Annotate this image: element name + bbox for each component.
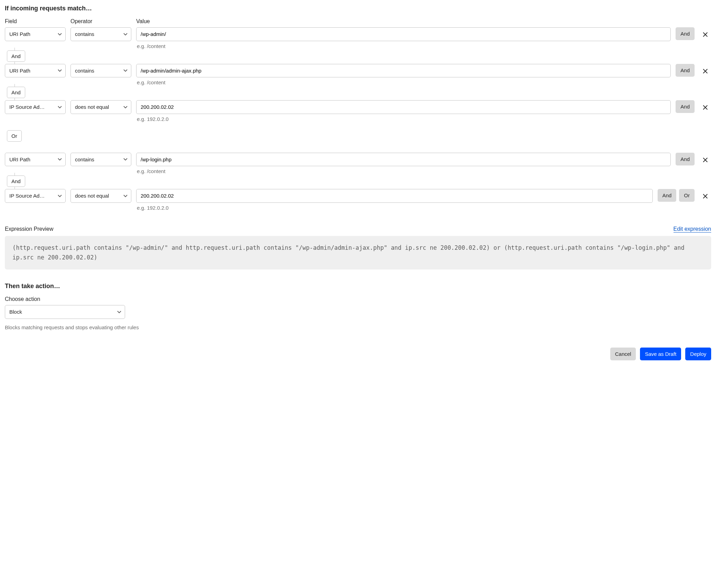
remove-rule-button[interactable] [699, 29, 711, 40]
operator-select-value: does not equal [75, 193, 109, 199]
chevron-down-icon [123, 106, 128, 108]
connector-and[interactable]: And [7, 176, 25, 187]
field-select-value: IP Source Ad… [9, 104, 45, 110]
edit-expression-link[interactable]: Edit expression [673, 226, 711, 233]
field-select-value: URI Path [9, 157, 30, 162]
cancel-button[interactable]: Cancel [610, 348, 636, 360]
field-select[interactable]: URI Path [5, 64, 66, 78]
expression-preview-label: Expression Preview [5, 226, 54, 232]
value-hint: e.g. /content [137, 43, 671, 49]
chevron-down-icon [117, 311, 121, 313]
header-operator: Operator [70, 18, 131, 25]
header-field: Field [5, 18, 66, 25]
operator-select-value: contains [75, 68, 94, 74]
value-hint: e.g. /content [137, 79, 671, 85]
operator-select[interactable]: does not equal [70, 189, 131, 203]
chevron-down-icon [58, 69, 62, 72]
connector-or[interactable]: Or [7, 130, 22, 142]
connector-and[interactable]: And [7, 87, 25, 98]
rule-row: IP Source Ad…does not equale.g. 192.0.2.… [5, 189, 711, 211]
rule-row: IP Source Ad…does not equale.g. 192.0.2.… [5, 100, 711, 122]
header-value: Value [136, 18, 667, 25]
save-draft-button[interactable]: Save as Draft [640, 348, 681, 360]
field-select[interactable]: IP Source Ad… [5, 189, 66, 203]
choose-action-label: Choose action [5, 296, 711, 302]
and-button[interactable]: And [676, 100, 695, 113]
remove-rule-button[interactable] [699, 155, 711, 165]
remove-rule-button[interactable] [699, 102, 711, 113]
operator-select[interactable]: contains [70, 153, 131, 167]
and-button[interactable]: And [658, 189, 677, 202]
chevron-down-icon [58, 195, 62, 197]
chevron-down-icon [123, 195, 128, 197]
section-title: If incoming requests match… [5, 5, 711, 12]
footer-actions: Cancel Save as Draft Deploy [5, 348, 711, 360]
chevron-down-icon [58, 33, 62, 36]
value-input[interactable] [136, 100, 671, 114]
operator-select[interactable]: does not equal [70, 100, 131, 114]
value-input[interactable] [136, 64, 671, 78]
rule-row: URI Pathcontainse.g. /contentAnd [5, 64, 711, 86]
expression-preview-code: (http.request.uri.path contains "/wp-adm… [5, 236, 711, 270]
field-select[interactable]: URI Path [5, 153, 66, 167]
chevron-down-icon [123, 69, 128, 72]
rule-row: URI Pathcontainse.g. /contentAnd [5, 153, 711, 174]
connector: And [5, 87, 711, 98]
column-headers: Field Operator Value [5, 18, 711, 25]
remove-rule-button[interactable] [699, 66, 711, 76]
rule-row: URI Pathcontainse.g. /contentAnd [5, 27, 711, 49]
value-input[interactable] [136, 27, 671, 41]
field-select-value: URI Path [9, 68, 30, 74]
field-select[interactable]: IP Source Ad… [5, 100, 66, 114]
operator-select[interactable]: contains [70, 64, 131, 78]
action-select-value: Block [9, 309, 22, 315]
action-select[interactable]: Block [5, 305, 125, 319]
connector: Or [5, 130, 711, 142]
field-select-value: IP Source Ad… [9, 193, 45, 199]
chevron-down-icon [123, 158, 128, 161]
value-hint: e.g. 192.0.2.0 [137, 205, 653, 211]
connector: And [5, 50, 711, 62]
value-hint: e.g. /content [137, 168, 671, 174]
chevron-down-icon [123, 33, 128, 36]
chevron-down-icon [58, 158, 62, 161]
and-button[interactable]: And [676, 153, 695, 165]
and-button[interactable]: And [676, 27, 695, 40]
connector: And [5, 176, 711, 187]
operator-select-value: contains [75, 157, 94, 162]
chevron-down-icon [58, 106, 62, 108]
connector-and[interactable]: And [7, 50, 25, 62]
deploy-button[interactable]: Deploy [685, 348, 711, 360]
action-section-title: Then take action… [5, 283, 711, 290]
and-button[interactable]: And [676, 64, 695, 77]
remove-rule-button[interactable] [699, 191, 711, 201]
operator-select[interactable]: contains [70, 27, 131, 41]
field-select-value: URI Path [9, 31, 30, 37]
value-hint: e.g. 192.0.2.0 [137, 116, 671, 122]
value-input[interactable] [136, 189, 653, 203]
value-input[interactable] [136, 153, 671, 167]
operator-select-value: does not equal [75, 104, 109, 110]
field-select[interactable]: URI Path [5, 27, 66, 41]
action-hint: Blocks matching requests and stops evalu… [5, 324, 711, 330]
or-button[interactable]: Or [679, 189, 695, 202]
operator-select-value: contains [75, 31, 94, 37]
